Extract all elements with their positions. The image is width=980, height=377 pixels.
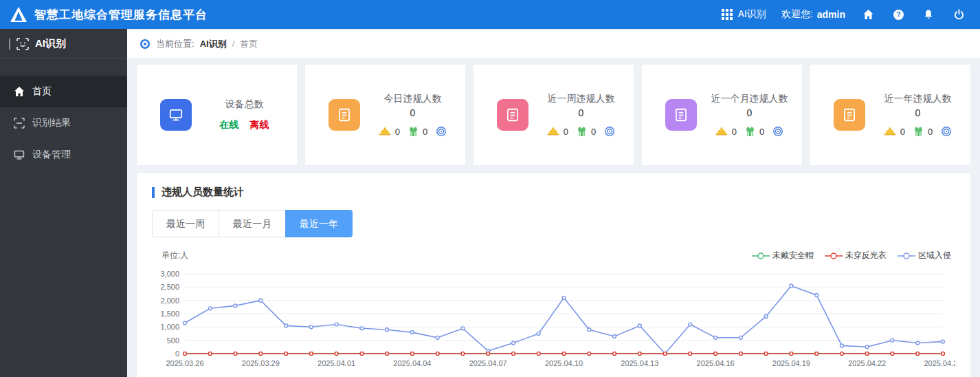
topbar-right: AI识别 欢迎您: admin ? bbox=[722, 7, 966, 22]
stat-card-title: 近一个月违规人数 bbox=[701, 93, 798, 105]
stat-card-week-violations: 近一周违规人数 0 0 0 bbox=[474, 65, 634, 165]
brand: 智慧工地综合管理服务信息平台 bbox=[10, 6, 208, 23]
violation-line-chart: 05001,0001,5002,0002,5003,0002025.03.262… bbox=[152, 267, 955, 371]
svg-text:2025.04.07: 2025.04.07 bbox=[469, 359, 507, 367]
tab-last-year[interactable]: 最近一年 bbox=[285, 210, 353, 237]
violation-breakdown: 0 0 bbox=[701, 126, 798, 137]
stat-card-devices: 设备总数 在线 离线 bbox=[137, 65, 297, 165]
stat-card-month-violations: 近一个月违规人数 0 0 bbox=[642, 65, 802, 165]
device-total-icon bbox=[160, 99, 192, 131]
sidebar-item-label: 首页 bbox=[32, 85, 52, 98]
intrusion-spiral-icon bbox=[772, 126, 783, 137]
sidebar-item-label: 识别结果 bbox=[32, 117, 71, 129]
topbar: 智慧工地综合管理服务信息平台 AI识别 欢迎您: admin ? bbox=[0, 0, 980, 29]
stat-card-title: 近一周违规人数 bbox=[533, 93, 630, 105]
location-icon bbox=[140, 39, 151, 50]
sidebar-header-label: AI识别 bbox=[35, 37, 66, 50]
breadcrumb: 当前位置: AI识别 / 首页 bbox=[127, 29, 980, 58]
bell-icon bbox=[923, 9, 934, 20]
violation-statistics-panel: 违规人员数量统计 最近一周 最近一月 最近一年 单位:人 bbox=[137, 173, 970, 377]
svg-text:2025.04.22: 2025.04.22 bbox=[848, 359, 886, 367]
power-icon bbox=[953, 9, 965, 21]
vest-count: 0 bbox=[928, 127, 933, 137]
sidebar-menu: 首页 识别结果 设备管理 bbox=[0, 76, 127, 171]
grid-icon bbox=[722, 9, 733, 20]
svg-text:2025.03.26: 2025.03.26 bbox=[166, 359, 203, 367]
svg-text:2025.04.25: 2025.04.25 bbox=[924, 359, 955, 367]
vest-count: 0 bbox=[759, 127, 764, 137]
home-icon bbox=[862, 9, 874, 20]
welcome-label: 欢迎您: bbox=[781, 8, 813, 21]
title-accent-bar bbox=[152, 187, 155, 198]
stat-card-value: 0 bbox=[701, 107, 798, 118]
violation-breakdown: 0 0 bbox=[364, 126, 461, 137]
home-icon-button[interactable] bbox=[860, 7, 876, 22]
helmet-icon bbox=[715, 127, 728, 136]
help-button[interactable]: ? bbox=[891, 7, 906, 22]
legend-marker bbox=[825, 252, 843, 260]
svg-text:2025.03.29: 2025.03.29 bbox=[242, 359, 280, 367]
vest-count: 0 bbox=[423, 127, 427, 137]
notifications-button[interactable] bbox=[921, 7, 936, 22]
vest-icon bbox=[745, 127, 755, 137]
svg-text:500: 500 bbox=[167, 336, 179, 345]
helmet-count: 0 bbox=[395, 127, 400, 137]
online-label: 在线 bbox=[220, 119, 239, 131]
vest-icon bbox=[577, 127, 587, 137]
violation-breakdown: 0 0 bbox=[533, 126, 630, 137]
sidebar: AI识别 首页 识别结果 bbox=[0, 29, 127, 377]
sidebar-item-device-management[interactable]: 设备管理 bbox=[0, 139, 127, 171]
legend-label: 区域入侵 bbox=[918, 250, 951, 261]
tab-last-week[interactable]: 最近一周 bbox=[152, 210, 219, 237]
stat-card-today-violations: 今日违规人数 0 0 0 bbox=[305, 65, 465, 165]
intrusion-spiral-icon bbox=[604, 126, 615, 137]
stat-card-title: 今日违规人数 bbox=[364, 93, 461, 105]
username[interactable]: admin bbox=[817, 9, 845, 20]
logout-button[interactable] bbox=[951, 7, 966, 22]
report-icon bbox=[665, 99, 697, 131]
vest-count: 0 bbox=[591, 127, 596, 137]
svg-text:2,500: 2,500 bbox=[160, 283, 179, 291]
sidebar-collapse-handle bbox=[9, 39, 10, 50]
legend-label: 未穿反光衣 bbox=[845, 250, 887, 261]
legend-item-helmet[interactable]: 未戴安全帽 bbox=[752, 250, 814, 261]
ai-recognition-icon bbox=[16, 38, 29, 50]
svg-text:?: ? bbox=[896, 10, 900, 19]
svg-text:2025.04.16: 2025.04.16 bbox=[697, 359, 735, 367]
sidebar-header[interactable]: AI识别 bbox=[0, 29, 127, 59]
vest-icon bbox=[408, 127, 419, 137]
svg-text:0: 0 bbox=[175, 349, 179, 358]
welcome-text: 欢迎您: admin bbox=[781, 8, 845, 21]
help-icon: ? bbox=[893, 9, 904, 21]
stat-card-title: 近一年违规人数 bbox=[869, 93, 966, 105]
stat-card-year-violations: 近一年违规人数 0 0 0 bbox=[810, 65, 970, 165]
svg-text:2025.04.19: 2025.04.19 bbox=[772, 359, 810, 367]
svg-text:3,000: 3,000 bbox=[160, 270, 179, 278]
svg-text:1,500: 1,500 bbox=[160, 310, 179, 318]
intrusion-spiral-icon bbox=[436, 126, 447, 137]
breadcrumb-current[interactable]: 首页 bbox=[240, 38, 258, 50]
unit-label: 单位:人 bbox=[162, 250, 188, 261]
intrusion-spiral-icon bbox=[941, 126, 952, 137]
legend-item-vest[interactable]: 未穿反光衣 bbox=[825, 250, 887, 261]
home-icon bbox=[14, 86, 25, 97]
legend-marker bbox=[752, 252, 770, 260]
report-icon bbox=[497, 99, 528, 131]
vest-icon bbox=[913, 127, 924, 137]
breadcrumb-section[interactable]: AI识别 bbox=[200, 38, 227, 50]
report-icon bbox=[328, 99, 360, 131]
device-status-row: 在线 离线 bbox=[196, 119, 293, 131]
svg-text:2025.04.01: 2025.04.01 bbox=[318, 359, 355, 367]
app-switcher-button[interactable]: AI识别 bbox=[722, 8, 766, 21]
stat-card-value: 0 bbox=[533, 107, 630, 118]
legend-item-intrusion[interactable]: 区域入侵 bbox=[898, 250, 951, 261]
sidebar-item-recognition-results[interactable]: 识别结果 bbox=[0, 107, 127, 139]
legend-marker bbox=[898, 252, 915, 260]
scan-icon bbox=[14, 118, 25, 129]
offline-label: 离线 bbox=[250, 119, 269, 131]
sidebar-item-label: 设备管理 bbox=[32, 149, 71, 161]
sidebar-item-home[interactable]: 首页 bbox=[0, 76, 127, 107]
tab-last-month[interactable]: 最近一月 bbox=[219, 210, 286, 237]
helmet-icon bbox=[884, 127, 896, 136]
stat-cards-row: 设备总数 在线 离线 今日违规人数 bbox=[137, 65, 970, 165]
